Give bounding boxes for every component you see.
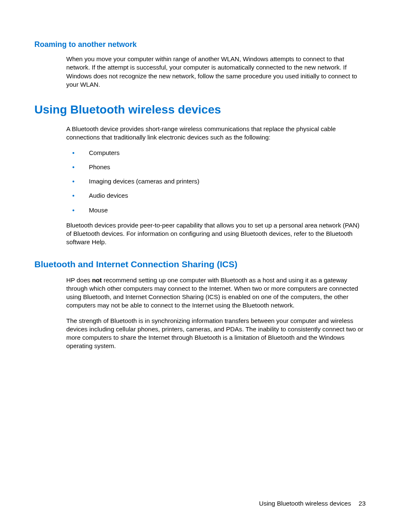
bluetooth-para1: A Bluetooth device provides short-range … bbox=[66, 125, 366, 142]
list-item: Computers bbox=[66, 149, 366, 157]
bluetooth-para2: Bluetooth devices provide peer-to-peer c… bbox=[66, 221, 366, 247]
ics-para1: HP does not recommend setting up one com… bbox=[66, 276, 366, 310]
section-bluetooth: Using Bluetooth wireless devices A Bluet… bbox=[34, 103, 366, 247]
heading-roaming: Roaming to another network bbox=[34, 40, 366, 49]
bluetooth-list: Computers Phones Imaging devices (camera… bbox=[66, 149, 366, 214]
list-item: Phones bbox=[66, 163, 366, 171]
ics-para1-post: recommend setting up one computer with B… bbox=[66, 276, 358, 309]
roaming-para1: When you move your computer within range… bbox=[66, 55, 366, 89]
ics-para2: The strength of Bluetooth is in synchron… bbox=[66, 317, 366, 351]
list-item: Audio devices bbox=[66, 191, 366, 200]
list-item: Mouse bbox=[66, 206, 366, 214]
heading-ics: Bluetooth and Internet Connection Sharin… bbox=[34, 259, 366, 269]
section-roaming: Roaming to another network When you move… bbox=[34, 40, 366, 89]
ics-para1-bold: not bbox=[92, 276, 101, 284]
page-footer: Using Bluetooth wireless devices 23 bbox=[259, 500, 366, 507]
footer-text: Using Bluetooth wireless devices bbox=[259, 500, 351, 507]
ics-para1-pre: HP does bbox=[66, 276, 92, 284]
footer-page-number: 23 bbox=[358, 500, 366, 507]
section-ics: Bluetooth and Internet Connection Sharin… bbox=[34, 259, 366, 351]
list-item: Imaging devices (cameras and printers) bbox=[66, 177, 366, 186]
heading-bluetooth: Using Bluetooth wireless devices bbox=[34, 103, 366, 116]
